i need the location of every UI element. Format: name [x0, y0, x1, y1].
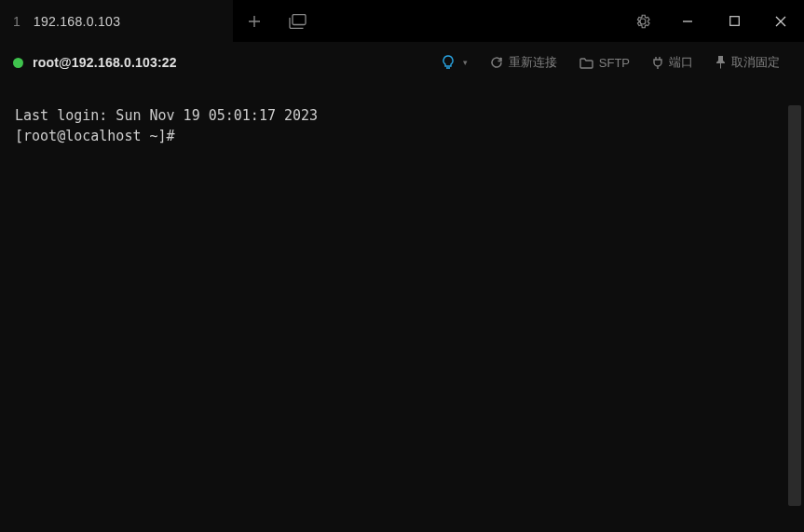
port-label: 端口 [669, 54, 693, 71]
close-icon [775, 16, 786, 27]
unpin-label: 取消固定 [731, 54, 780, 71]
session-toolbar: root@192.168.0.103:22 ▾ 重新连接 SFTP 端口 取消固… [0, 42, 804, 83]
minimize-icon [682, 16, 693, 27]
plug-icon [652, 56, 663, 69]
maximize-button[interactable] [711, 0, 757, 42]
sftp-button[interactable]: SFTP [568, 56, 641, 70]
plus-icon [248, 15, 261, 28]
terminal-content: Last login: Sun Nov 19 05:01:17 2023 [ro… [0, 83, 804, 150]
reconnect-button[interactable]: 重新连接 [479, 54, 568, 71]
reconnect-label: 重新连接 [509, 54, 557, 71]
session-title: root@192.168.0.103:22 [33, 55, 177, 70]
status-dot-connected [13, 58, 23, 68]
bulb-icon [442, 55, 455, 70]
refresh-icon [490, 56, 503, 69]
hints-button[interactable]: ▾ [430, 55, 479, 70]
tab-index: 1 [13, 14, 20, 29]
chevron-down-icon: ▾ [463, 58, 468, 67]
sftp-label: SFTP [599, 56, 630, 70]
svg-rect-0 [293, 14, 306, 24]
gear-icon [634, 13, 651, 30]
window-controls [664, 0, 804, 42]
maximize-icon [729, 16, 740, 26]
port-button[interactable]: 端口 [641, 54, 704, 71]
scrollbar[interactable] [788, 105, 801, 506]
active-tab[interactable]: 1 192.168.0.103 [0, 0, 233, 42]
unpin-button[interactable]: 取消固定 [704, 54, 791, 71]
svg-rect-1 [729, 17, 739, 26]
folder-icon [579, 57, 593, 69]
panes-button[interactable] [276, 0, 319, 42]
terminal-cursor [177, 127, 185, 143]
terminal-line: Last login: Sun Nov 19 05:01:17 2023 [15, 107, 318, 124]
tab-title: 192.168.0.103 [34, 14, 120, 29]
terminal-area[interactable]: Last login: Sun Nov 19 05:01:17 2023 [ro… [0, 83, 804, 532]
pin-icon [715, 56, 726, 69]
panes-icon [288, 14, 307, 29]
new-tab-button[interactable] [233, 0, 276, 42]
close-button[interactable] [757, 0, 804, 42]
minimize-button[interactable] [664, 0, 711, 42]
titlebar: 1 192.168.0.103 [0, 0, 804, 42]
titlebar-right [233, 0, 804, 42]
settings-button[interactable] [621, 0, 664, 42]
terminal-prompt: [root@localhost ~]# [15, 128, 175, 144]
